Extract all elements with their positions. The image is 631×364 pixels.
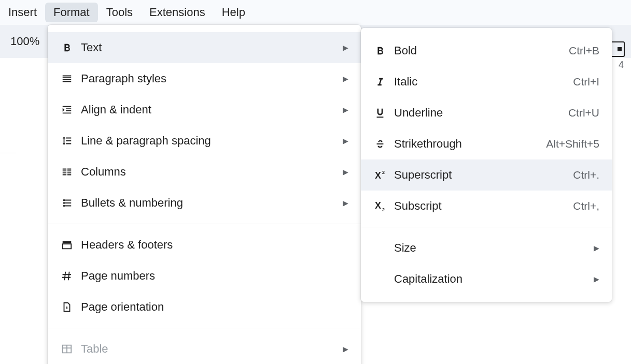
- header-footer-icon: [57, 239, 77, 251]
- text-strikethrough-shortcut: Alt+Shift+5: [546, 138, 602, 150]
- text-subscript-shortcut: Ctrl+,: [573, 200, 602, 212]
- table-icon: [57, 343, 77, 355]
- chevron-right-icon: ▶: [343, 199, 352, 207]
- menu-help[interactable]: Help: [214, 3, 254, 22]
- svg-text:2: 2: [382, 207, 385, 212]
- format-page-orientation-label: Page orientation: [77, 300, 352, 314]
- chevron-right-icon: ▶: [343, 43, 352, 52]
- text-bold-label: Bold: [390, 44, 569, 57]
- menu-separator: [48, 224, 361, 224]
- zoom-level[interactable]: 100%: [10, 35, 39, 48]
- italic-icon: [370, 76, 390, 88]
- format-columns-label: Columns: [77, 165, 343, 179]
- text-capitalization-label: Capitalization: [390, 272, 594, 286]
- columns-icon: [57, 166, 77, 178]
- text-italic-label: Italic: [390, 75, 573, 89]
- underline-icon: [370, 107, 390, 119]
- format-bullets-numbering-label: Bullets & numbering: [77, 196, 343, 210]
- chevron-right-icon: ▶: [343, 168, 352, 176]
- chevron-right-icon: ▶: [343, 106, 352, 114]
- chevron-right-icon: ▶: [594, 275, 602, 283]
- text-superscript-shortcut: Ctrl+.: [573, 169, 602, 181]
- line-spacing-icon: [57, 135, 77, 147]
- superscript-icon: X2: [370, 169, 390, 181]
- text-underline-shortcut: Ctrl+U: [568, 107, 602, 119]
- format-page-orientation[interactable]: Page orientation: [48, 292, 361, 323]
- svg-text:X: X: [375, 170, 381, 181]
- text-submenu: Bold Ctrl+B Italic Ctrl+I Underline Ctrl…: [361, 28, 612, 302]
- menu-separator: [361, 227, 612, 227]
- hash-icon: [57, 270, 77, 282]
- text-size[interactable]: Size ▶: [361, 232, 612, 264]
- ruler-mark: 4: [619, 60, 624, 70]
- text-bold[interactable]: Bold Ctrl+B: [361, 35, 612, 66]
- chevron-right-icon: ▶: [594, 244, 602, 252]
- chevron-right-icon: ▶: [343, 345, 352, 353]
- text-italic-shortcut: Ctrl+I: [573, 76, 602, 88]
- text-strikethrough[interactable]: Strikethrough Alt+Shift+5: [361, 128, 612, 159]
- bold-icon: [57, 42, 77, 53]
- format-headers-footers[interactable]: Headers & footers: [48, 229, 361, 260]
- text-superscript[interactable]: X2 Superscript Ctrl+.: [361, 159, 612, 191]
- menu-extensions[interactable]: Extensions: [141, 3, 214, 22]
- svg-text:X: X: [375, 200, 381, 211]
- format-table-label: Table: [77, 342, 343, 356]
- format-paragraph-styles-label: Paragraph styles: [77, 72, 343, 85]
- svg-text:2: 2: [382, 170, 385, 175]
- bold-icon: [370, 45, 390, 56]
- text-underline-label: Underline: [390, 106, 568, 120]
- paragraph-lines-icon: [57, 73, 77, 84]
- subscript-icon: X2: [370, 200, 390, 212]
- indent-icon: [57, 104, 77, 115]
- chevron-right-icon: ▶: [343, 75, 352, 83]
- text-capitalization[interactable]: Capitalization ▶: [361, 264, 612, 295]
- text-strikethrough-label: Strikethrough: [390, 137, 546, 151]
- format-line-spacing-label: Line & paragraph spacing: [77, 134, 343, 148]
- format-bullets-numbering[interactable]: Bullets & numbering ▶: [48, 187, 361, 219]
- page-edge: [0, 153, 16, 364]
- format-line-spacing[interactable]: Line & paragraph spacing ▶: [48, 125, 361, 156]
- text-subscript[interactable]: X2 Subscript Ctrl+,: [361, 191, 612, 222]
- text-underline[interactable]: Underline Ctrl+U: [361, 97, 612, 128]
- format-text[interactable]: Text ▶: [48, 32, 361, 63]
- format-headers-footers-label: Headers & footers: [77, 238, 352, 252]
- strikethrough-icon: [370, 138, 390, 150]
- menu-insert[interactable]: Insert: [0, 3, 45, 22]
- menu-separator: [48, 328, 361, 328]
- format-columns[interactable]: Columns ▶: [48, 156, 361, 187]
- text-bold-shortcut: Ctrl+B: [569, 45, 602, 57]
- menubar: Insert Format Tools Extensions Help: [0, 0, 631, 25]
- format-text-label: Text: [77, 41, 343, 54]
- format-paragraph-styles[interactable]: Paragraph styles ▶: [48, 63, 361, 94]
- page-orientation-icon: [57, 301, 77, 313]
- format-table: Table ▶: [48, 333, 361, 364]
- text-size-label: Size: [390, 241, 594, 255]
- menu-format[interactable]: Format: [45, 3, 98, 22]
- text-italic[interactable]: Italic Ctrl+I: [361, 66, 612, 97]
- bullets-icon: [57, 197, 77, 209]
- text-superscript-label: Superscript: [390, 168, 573, 182]
- format-align-indent-label: Align & indent: [77, 103, 343, 117]
- text-subscript-label: Subscript: [390, 199, 573, 213]
- menu-tools[interactable]: Tools: [98, 3, 141, 22]
- format-align-indent[interactable]: Align & indent ▶: [48, 94, 361, 125]
- format-menu: Text ▶ Paragraph styles ▶ Align & indent…: [48, 25, 361, 364]
- svg-rect-0: [63, 241, 72, 244]
- format-page-numbers-label: Page numbers: [77, 269, 352, 283]
- chevron-right-icon: ▶: [343, 137, 352, 145]
- format-page-numbers[interactable]: Page numbers: [48, 260, 361, 292]
